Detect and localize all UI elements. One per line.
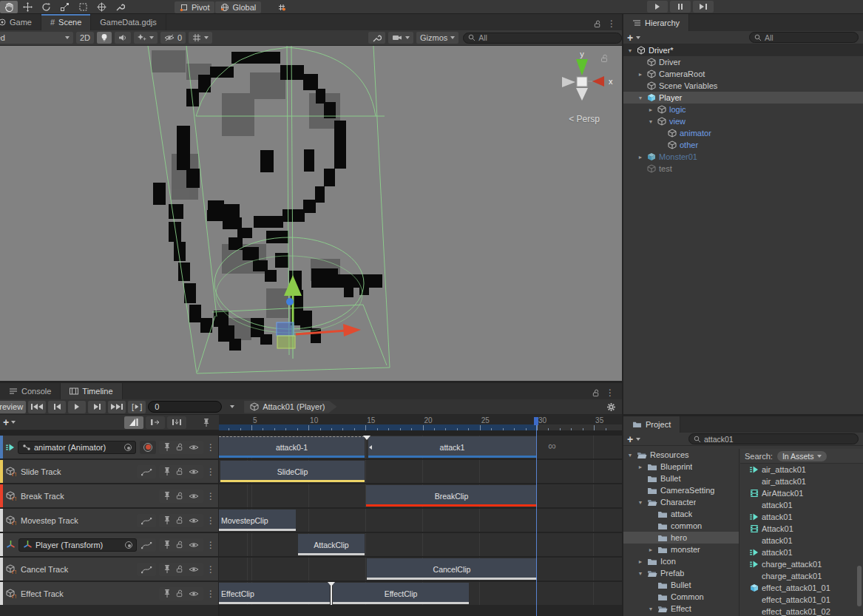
result-attack01[interactable]: attack01 <box>740 535 863 546</box>
track-lane-break-track[interactable]: BreakClip <box>219 484 622 507</box>
scene-camera-dropdown[interactable] <box>388 32 413 44</box>
project-folder-hero[interactable]: hero <box>623 532 739 544</box>
result-attack01[interactable]: attack01 <box>740 511 863 523</box>
search-scope-dropdown[interactable]: In Assets <box>777 451 827 461</box>
shading-dropdown[interactable]: Shaded <box>0 32 73 44</box>
track-header-movestep-track[interactable]: {}Movestep Track⋮ <box>0 509 218 532</box>
track-header-effect-track[interactable]: {}Effect Track⋮ <box>0 582 218 605</box>
replace-mode-button[interactable] <box>167 416 186 429</box>
track-menu-icon[interactable]: ⋮ <box>206 540 215 550</box>
track-lane-movestep-track[interactable]: MovestepClip <box>219 509 622 532</box>
tab-project[interactable]: Project <box>623 416 680 433</box>
playhead-marker[interactable] <box>534 417 538 425</box>
project-folder-bullet[interactable]: Bullet <box>623 579 739 591</box>
curves-button[interactable] <box>137 563 156 576</box>
track-lane-effect-track[interactable]: EffectClipEffectClip <box>219 582 622 605</box>
expand-arrow[interactable]: ► <box>637 464 644 470</box>
track-menu-icon[interactable]: ⋮ <box>206 564 215 575</box>
lock-track-icon[interactable] <box>176 492 183 500</box>
grid-visibility-dropdown[interactable] <box>189 32 212 44</box>
panel-menu-icon[interactable]: ⋮ <box>607 18 616 29</box>
pin-track-icon[interactable] <box>163 540 171 549</box>
transform-tool-button[interactable] <box>92 1 110 13</box>
tab-hierarchy[interactable]: Hierarchy <box>623 14 689 31</box>
track-menu-icon[interactable]: ⋮ <box>206 442 215 453</box>
track-header-break-track[interactable]: {}Break Track⋮ <box>0 484 218 507</box>
track-lane-slide-track[interactable]: SlideClip <box>219 460 622 483</box>
pin-track-icon[interactable] <box>163 589 171 598</box>
mute-track-eye-icon[interactable] <box>189 517 199 524</box>
effects-dropdown[interactable] <box>134 32 158 44</box>
expand-arrow[interactable]: ► <box>637 155 644 160</box>
playhead-line[interactable] <box>536 424 537 616</box>
track-menu-icon[interactable]: ⋮ <box>206 467 215 477</box>
pin-track-icon[interactable] <box>163 467 171 476</box>
result-air-attack01[interactable]: air_attack01 <box>740 475 863 487</box>
project-folder-blueprint[interactable]: ►Blueprint <box>623 461 739 473</box>
tab-console[interactable]: Console <box>0 383 61 399</box>
hierarchy-row-test[interactable]: test <box>623 163 863 175</box>
expand-arrow[interactable]: ▼ <box>637 500 644 505</box>
clip-attack0-1[interactable]: attack0-1 <box>219 436 365 458</box>
2d-toggle-button[interactable]: 2D <box>76 32 94 44</box>
result-airattack01[interactable]: AirAttack01 <box>740 487 863 499</box>
lock-track-icon[interactable] <box>176 565 183 573</box>
hierarchy-row-logic[interactable]: ►logic <box>623 104 863 115</box>
custom-tool-button[interactable] <box>111 1 129 13</box>
timeline-breadcrumb[interactable]: Attack01 (Player) <box>244 401 336 413</box>
object-picker-icon[interactable] <box>125 541 132 549</box>
scene-tools-button[interactable] <box>368 32 385 44</box>
project-folder-camerasetting[interactable]: CameraSetting <box>623 484 739 496</box>
clip-attack1[interactable]: attack1 <box>368 436 536 458</box>
hierarchy-row-player[interactable]: ▼Player <box>623 92 863 104</box>
result-charge-attack01[interactable]: charge_attack01 <box>740 570 863 582</box>
hierarchy-row-animator[interactable]: animator <box>623 127 863 139</box>
project-folder-resources[interactable]: ▼Resources <box>623 449 739 461</box>
pin-track-icon[interactable] <box>163 564 171 574</box>
project-search-input[interactable]: attack01 <box>688 433 859 444</box>
rect-tool-button[interactable] <box>74 1 92 13</box>
clip-attackclip[interactable]: AttackClip <box>298 534 365 555</box>
expand-arrow[interactable]: ► <box>637 72 644 77</box>
clip-breakclip[interactable]: BreakClip <box>366 485 537 507</box>
clip-cancelclip[interactable]: CancelClip <box>367 558 537 580</box>
expand-arrow[interactable]: ▼ <box>637 571 644 576</box>
expand-arrow[interactable]: ▼ <box>647 119 654 124</box>
clip-effectclip[interactable]: EffectClip <box>333 583 469 604</box>
result-attack01[interactable]: attack01 <box>740 546 863 558</box>
lighting-toggle-button[interactable] <box>97 32 112 44</box>
curves-button[interactable] <box>137 514 156 527</box>
project-folder-effect[interactable]: ▼Effect <box>623 603 739 615</box>
object-picker-icon[interactable] <box>124 444 132 451</box>
hierarchy-row-scene-variables[interactable]: Scene Variables <box>623 80 863 92</box>
expand-arrow[interactable]: ► <box>647 547 654 552</box>
result-attack01[interactable]: Attack01 <box>740 523 863 535</box>
mute-track-eye-icon[interactable] <box>189 444 199 451</box>
hierarchy-row-other[interactable]: other <box>623 139 863 151</box>
hierarchy-row-driver[interactable]: ▼Driver* <box>623 44 863 56</box>
track-lane-player-transform[interactable]: AttackClip <box>219 533 622 556</box>
frame-field[interactable]: 0 <box>148 401 222 413</box>
expand-arrow[interactable]: ▼ <box>626 453 634 458</box>
lock-track-icon[interactable] <box>176 443 183 451</box>
scene-viewport[interactable]: y x < Persp <box>0 46 622 381</box>
expand-arrow[interactable]: ► <box>647 107 654 112</box>
pause-button[interactable] <box>670 1 691 13</box>
next-frame-button[interactable] <box>88 401 106 413</box>
view-lock-icon[interactable] <box>600 54 609 63</box>
project-folder-common[interactable]: common <box>623 520 739 532</box>
project-folder-monster[interactable]: ►monster <box>623 544 739 555</box>
frame-options-dropdown[interactable] <box>230 405 234 408</box>
project-folder-prefab[interactable]: ▼Prefab <box>623 567 739 579</box>
goto-start-button[interactable] <box>28 401 46 413</box>
track-header-animator-animator[interactable]: animator (Animator)⋮ <box>0 436 218 458</box>
lock-track-icon[interactable] <box>176 589 183 598</box>
mute-track-eye-icon[interactable] <box>189 493 199 500</box>
track-menu-icon[interactable]: ⋮ <box>206 589 215 599</box>
result-effect-attack01-01[interactable]: effect_attack01_01 <box>740 594 863 606</box>
hierarchy-row-monster01[interactable]: ►Monster01 <box>623 151 863 163</box>
marker-pin-button[interactable] <box>197 416 216 429</box>
timeline-ruler[interactable]: 5101520253035 <box>219 415 622 430</box>
hierarchy-search-input[interactable]: All <box>749 32 859 43</box>
panel-lock-icon[interactable] <box>592 389 600 397</box>
